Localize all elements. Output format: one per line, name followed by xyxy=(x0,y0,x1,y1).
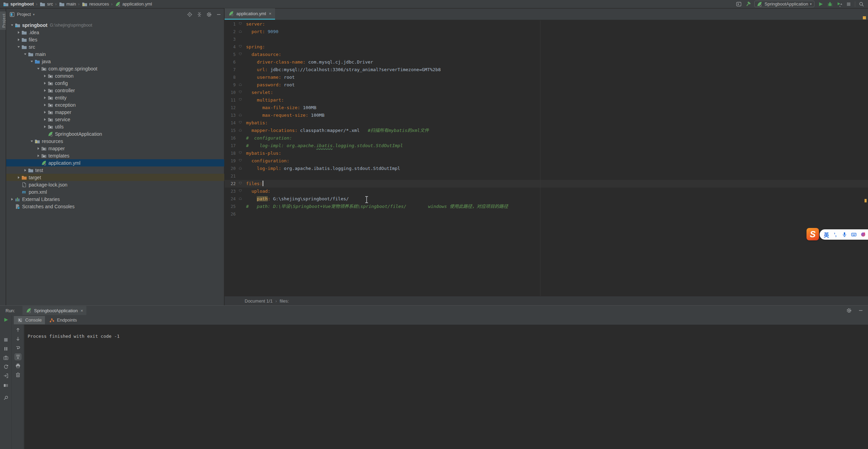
fold-marker-icon[interactable] xyxy=(236,166,246,171)
tree-row-service[interactable]: service xyxy=(6,116,224,123)
code-line-11[interactable]: 11 multipart: xyxy=(225,96,868,104)
error-stripe-highlight-mark[interactable] xyxy=(865,199,867,202)
collapsed-arrow-icon[interactable] xyxy=(16,38,21,42)
tree-row-springboot[interactable]: springbootG:\shejing\springboot xyxy=(6,21,224,29)
fold-marker-icon[interactable] xyxy=(236,182,246,186)
collapsed-arrow-icon[interactable] xyxy=(43,88,47,93)
collapsed-arrow-icon[interactable] xyxy=(43,125,47,129)
code-line-9[interactable]: 9 password: root xyxy=(225,81,868,89)
tree-row-exception[interactable]: exception xyxy=(6,101,224,108)
code-line-18[interactable]: 18mybatis-plus: xyxy=(225,150,868,157)
tree-row-resources[interactable]: resources xyxy=(6,137,224,145)
tree-row-entity[interactable]: entity xyxy=(6,94,224,101)
expanded-arrow-icon[interactable] xyxy=(29,59,34,64)
run-configuration-select[interactable]: SpringbootApplication▾ xyxy=(754,1,814,7)
debug-icon[interactable] xyxy=(827,1,833,7)
collapsed-arrow-icon[interactable] xyxy=(43,110,47,114)
code-line-6[interactable]: 6 driver-class-name: com.mysql.cj.jdbc.D… xyxy=(225,58,868,66)
scrollend-icon[interactable] xyxy=(15,354,21,360)
code-line-20[interactable]: 20 log-impl: org.apache.ibatis.logging.s… xyxy=(225,165,868,172)
breadcrumb-item-src[interactable]: src xyxy=(39,1,53,7)
up-icon[interactable] xyxy=(15,327,21,333)
tree-row-templates[interactable]: templates xyxy=(6,152,224,159)
code-line-21[interactable]: 21 xyxy=(225,172,868,180)
ime-logo[interactable]: S xyxy=(806,228,819,240)
fold-marker-icon[interactable] xyxy=(236,30,246,34)
fold-marker-icon[interactable] xyxy=(236,128,246,133)
ime-keyboard-icon[interactable] xyxy=(851,231,857,238)
coverage-icon[interactable] xyxy=(836,1,842,7)
trash-icon[interactable] xyxy=(15,372,21,378)
tree-row-utils[interactable]: utils xyxy=(6,123,224,130)
tree-row-com-qingge-springboot[interactable]: com.qingge.springboot xyxy=(6,65,224,72)
code-line-7[interactable]: 7 url: jdbc:mysql://localhost:3306/stray… xyxy=(225,66,868,74)
collapsed-arrow-icon[interactable] xyxy=(43,96,47,100)
code-line-17[interactable]: 17# log-impl: org.apache.ibatis.logging.… xyxy=(225,142,868,150)
fold-marker-icon[interactable] xyxy=(236,90,246,95)
code-line-15[interactable]: 15 mapper-locations: classpath:mapper/*.… xyxy=(225,127,868,134)
run-icon[interactable] xyxy=(818,1,824,7)
code-line-25[interactable]: 25# path: D:\毕设\Springboot+Vue宠物领养系统\spr… xyxy=(225,203,868,210)
fold-marker-icon[interactable] xyxy=(236,98,246,102)
collapsed-arrow-icon[interactable] xyxy=(43,81,47,85)
print-icon[interactable] xyxy=(15,363,21,369)
code-line-13[interactable]: 13 max-request-size: 100MB xyxy=(225,112,868,119)
fold-marker-icon[interactable] xyxy=(236,83,246,87)
tree-row-files[interactable]: files xyxy=(6,36,224,43)
ime-skin-icon[interactable] xyxy=(860,231,866,238)
ime-mic-icon[interactable] xyxy=(841,231,848,238)
tree-row-springbootapplication[interactable]: SpringbootApplication xyxy=(6,130,224,137)
tree-row-application-yml[interactable]: application.yml xyxy=(6,159,224,166)
code-line-10[interactable]: 10 servlet: xyxy=(225,89,868,96)
layout-icon[interactable] xyxy=(3,382,9,389)
tree-row-src[interactable]: src xyxy=(6,43,224,50)
code-line-8[interactable]: 8 username: root xyxy=(225,74,868,81)
collapsed-arrow-icon[interactable] xyxy=(16,30,21,35)
search-icon[interactable] xyxy=(858,1,865,7)
tree-row-external-libraries[interactable]: External Libraries xyxy=(6,195,224,203)
run-view-tab-console[interactable]: Console xyxy=(14,316,45,324)
tree-row-common[interactable]: common xyxy=(6,72,224,79)
collapsed-arrow-icon[interactable] xyxy=(43,117,47,122)
rerun-icon[interactable] xyxy=(3,317,9,323)
code-line-24[interactable]: 24 path: G:\shejing\springboot/files/ xyxy=(225,195,868,203)
fold-marker-icon[interactable] xyxy=(236,22,246,26)
close-run-tab-icon[interactable]: × xyxy=(81,308,83,313)
expanded-arrow-icon[interactable] xyxy=(10,23,15,27)
tree-row-mapper[interactable]: mapper xyxy=(6,145,224,152)
breadcrumb-item-main[interactable]: main xyxy=(59,1,76,7)
breadcrumb-item-springboot[interactable]: springboot xyxy=(3,1,34,7)
gear-icon[interactable] xyxy=(206,11,212,18)
breadcrumb-item-application-yml[interactable]: application.yml xyxy=(115,1,152,7)
tree-row-mapper[interactable]: mapper xyxy=(6,108,224,116)
tree-row-controller[interactable]: controller xyxy=(6,87,224,94)
tree-row-scratches-and-consoles[interactable]: Scratches and Consoles xyxy=(6,203,224,210)
breadcrumb-yaml-key[interactable]: files: xyxy=(280,298,289,304)
expanded-arrow-icon[interactable] xyxy=(29,139,34,143)
fold-marker-icon[interactable] xyxy=(236,189,246,193)
breadcrumb-item-resources[interactable]: resources xyxy=(82,1,109,7)
collapsed-arrow-icon[interactable] xyxy=(10,197,15,201)
expanded-arrow-icon[interactable] xyxy=(16,45,21,49)
project-stripe-tab[interactable]: Project xyxy=(0,11,6,30)
stop2-icon[interactable] xyxy=(3,337,9,343)
minimize-icon[interactable] xyxy=(858,307,864,314)
run-anything-icon[interactable] xyxy=(736,1,742,7)
collapsed-arrow-icon[interactable] xyxy=(43,103,47,107)
project-view-selector[interactable]: Project ▾ xyxy=(9,11,35,18)
ime-mode-toggle[interactable]: 英 xyxy=(824,231,829,238)
pin-icon[interactable] xyxy=(3,395,9,401)
collapsed-arrow-icon[interactable] xyxy=(16,175,21,180)
code-line-23[interactable]: 23 upload: xyxy=(225,188,868,195)
import-icon[interactable] xyxy=(3,373,9,379)
code-line-1[interactable]: 1server: xyxy=(225,20,868,28)
collapsed-arrow-icon[interactable] xyxy=(36,146,41,151)
fold-marker-icon[interactable] xyxy=(236,151,246,155)
expanded-arrow-icon[interactable] xyxy=(23,52,28,56)
tree-row-java[interactable]: java xyxy=(6,58,224,65)
code-line-4[interactable]: 4spring: xyxy=(225,43,868,51)
code-line-2[interactable]: 2 port: 9090 xyxy=(225,28,868,36)
collapsed-arrow-icon[interactable] xyxy=(23,168,28,172)
code-line-19[interactable]: 19 configuration: xyxy=(225,157,868,165)
code-line-22[interactable]: 22files: xyxy=(225,180,868,188)
